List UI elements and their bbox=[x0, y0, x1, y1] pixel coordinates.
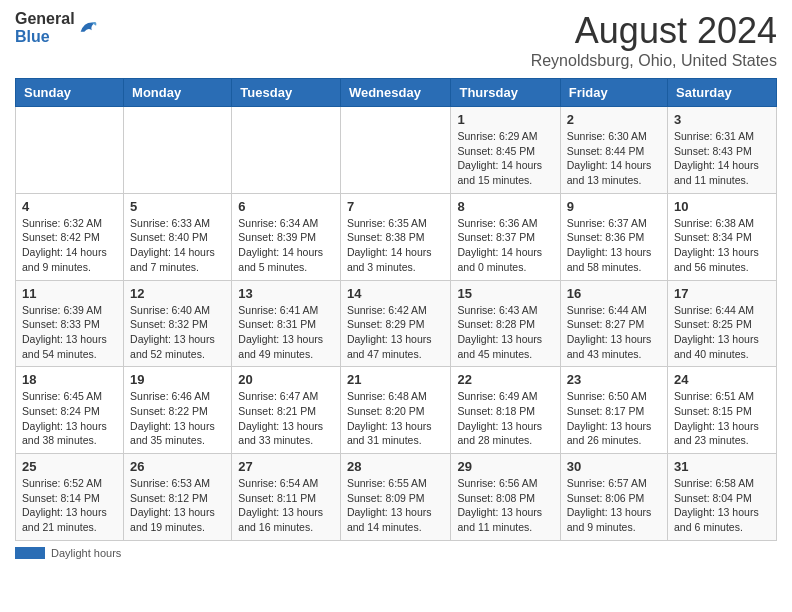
day-number: 3 bbox=[674, 112, 770, 127]
day-number: 8 bbox=[457, 199, 553, 214]
col-header-saturday: Saturday bbox=[668, 79, 777, 107]
calendar-cell: 13Sunrise: 6:41 AM Sunset: 8:31 PM Dayli… bbox=[232, 280, 341, 367]
day-info: Sunrise: 6:29 AM Sunset: 8:45 PM Dayligh… bbox=[457, 129, 553, 188]
logo-general: General bbox=[15, 10, 75, 28]
calendar-cell: 9Sunrise: 6:37 AM Sunset: 8:36 PM Daylig… bbox=[560, 193, 667, 280]
day-info: Sunrise: 6:57 AM Sunset: 8:06 PM Dayligh… bbox=[567, 476, 661, 535]
day-info: Sunrise: 6:30 AM Sunset: 8:44 PM Dayligh… bbox=[567, 129, 661, 188]
calendar-cell: 29Sunrise: 6:56 AM Sunset: 8:08 PM Dayli… bbox=[451, 454, 560, 541]
day-number: 23 bbox=[567, 372, 661, 387]
day-info: Sunrise: 6:51 AM Sunset: 8:15 PM Dayligh… bbox=[674, 389, 770, 448]
day-number: 21 bbox=[347, 372, 445, 387]
col-header-tuesday: Tuesday bbox=[232, 79, 341, 107]
calendar-cell: 6Sunrise: 6:34 AM Sunset: 8:39 PM Daylig… bbox=[232, 193, 341, 280]
day-number: 19 bbox=[130, 372, 225, 387]
day-info: Sunrise: 6:43 AM Sunset: 8:28 PM Dayligh… bbox=[457, 303, 553, 362]
calendar-cell: 26Sunrise: 6:53 AM Sunset: 8:12 PM Dayli… bbox=[124, 454, 232, 541]
calendar-body: 1Sunrise: 6:29 AM Sunset: 8:45 PM Daylig… bbox=[16, 107, 777, 541]
week-row-3: 11Sunrise: 6:39 AM Sunset: 8:33 PM Dayli… bbox=[16, 280, 777, 367]
day-info: Sunrise: 6:39 AM Sunset: 8:33 PM Dayligh… bbox=[22, 303, 117, 362]
header-row: SundayMondayTuesdayWednesdayThursdayFrid… bbox=[16, 79, 777, 107]
col-header-sunday: Sunday bbox=[16, 79, 124, 107]
calendar-cell: 28Sunrise: 6:55 AM Sunset: 8:09 PM Dayli… bbox=[340, 454, 451, 541]
day-info: Sunrise: 6:33 AM Sunset: 8:40 PM Dayligh… bbox=[130, 216, 225, 275]
title-area: August 2024 Reynoldsburg, Ohio, United S… bbox=[531, 10, 777, 70]
page-header: General Blue August 2024 Reynoldsburg, O… bbox=[15, 10, 777, 70]
day-number: 25 bbox=[22, 459, 117, 474]
day-number: 4 bbox=[22, 199, 117, 214]
col-header-wednesday: Wednesday bbox=[340, 79, 451, 107]
week-row-4: 18Sunrise: 6:45 AM Sunset: 8:24 PM Dayli… bbox=[16, 367, 777, 454]
day-number: 1 bbox=[457, 112, 553, 127]
week-row-5: 25Sunrise: 6:52 AM Sunset: 8:14 PM Dayli… bbox=[16, 454, 777, 541]
calendar-cell: 11Sunrise: 6:39 AM Sunset: 8:33 PM Dayli… bbox=[16, 280, 124, 367]
logo-text: General Blue bbox=[15, 10, 75, 45]
day-info: Sunrise: 6:46 AM Sunset: 8:22 PM Dayligh… bbox=[130, 389, 225, 448]
calendar-header: SundayMondayTuesdayWednesdayThursdayFrid… bbox=[16, 79, 777, 107]
calendar-cell: 18Sunrise: 6:45 AM Sunset: 8:24 PM Dayli… bbox=[16, 367, 124, 454]
day-info: Sunrise: 6:41 AM Sunset: 8:31 PM Dayligh… bbox=[238, 303, 334, 362]
day-info: Sunrise: 6:44 AM Sunset: 8:27 PM Dayligh… bbox=[567, 303, 661, 362]
calendar-cell: 5Sunrise: 6:33 AM Sunset: 8:40 PM Daylig… bbox=[124, 193, 232, 280]
calendar-cell: 7Sunrise: 6:35 AM Sunset: 8:38 PM Daylig… bbox=[340, 193, 451, 280]
day-info: Sunrise: 6:54 AM Sunset: 8:11 PM Dayligh… bbox=[238, 476, 334, 535]
day-info: Sunrise: 6:45 AM Sunset: 8:24 PM Dayligh… bbox=[22, 389, 117, 448]
calendar-cell: 30Sunrise: 6:57 AM Sunset: 8:06 PM Dayli… bbox=[560, 454, 667, 541]
main-title: August 2024 bbox=[531, 10, 777, 52]
day-info: Sunrise: 6:47 AM Sunset: 8:21 PM Dayligh… bbox=[238, 389, 334, 448]
day-info: Sunrise: 6:44 AM Sunset: 8:25 PM Dayligh… bbox=[674, 303, 770, 362]
day-number: 30 bbox=[567, 459, 661, 474]
calendar-cell: 14Sunrise: 6:42 AM Sunset: 8:29 PM Dayli… bbox=[340, 280, 451, 367]
calendar-cell: 20Sunrise: 6:47 AM Sunset: 8:21 PM Dayli… bbox=[232, 367, 341, 454]
calendar-cell: 1Sunrise: 6:29 AM Sunset: 8:45 PM Daylig… bbox=[451, 107, 560, 194]
day-info: Sunrise: 6:42 AM Sunset: 8:29 PM Dayligh… bbox=[347, 303, 445, 362]
col-header-friday: Friday bbox=[560, 79, 667, 107]
calendar-cell: 27Sunrise: 6:54 AM Sunset: 8:11 PM Dayli… bbox=[232, 454, 341, 541]
week-row-1: 1Sunrise: 6:29 AM Sunset: 8:45 PM Daylig… bbox=[16, 107, 777, 194]
logo-bird-icon bbox=[77, 17, 99, 39]
day-number: 29 bbox=[457, 459, 553, 474]
day-number: 31 bbox=[674, 459, 770, 474]
day-number: 28 bbox=[347, 459, 445, 474]
day-number: 7 bbox=[347, 199, 445, 214]
day-info: Sunrise: 6:31 AM Sunset: 8:43 PM Dayligh… bbox=[674, 129, 770, 188]
footer: Daylight hours bbox=[15, 547, 777, 559]
day-number: 24 bbox=[674, 372, 770, 387]
day-number: 6 bbox=[238, 199, 334, 214]
day-info: Sunrise: 6:40 AM Sunset: 8:32 PM Dayligh… bbox=[130, 303, 225, 362]
day-number: 26 bbox=[130, 459, 225, 474]
calendar-cell: 21Sunrise: 6:48 AM Sunset: 8:20 PM Dayli… bbox=[340, 367, 451, 454]
col-header-monday: Monday bbox=[124, 79, 232, 107]
day-info: Sunrise: 6:36 AM Sunset: 8:37 PM Dayligh… bbox=[457, 216, 553, 275]
day-info: Sunrise: 6:35 AM Sunset: 8:38 PM Dayligh… bbox=[347, 216, 445, 275]
day-number: 15 bbox=[457, 286, 553, 301]
calendar-cell: 25Sunrise: 6:52 AM Sunset: 8:14 PM Dayli… bbox=[16, 454, 124, 541]
daylight-label: Daylight hours bbox=[51, 547, 121, 559]
calendar-cell: 16Sunrise: 6:44 AM Sunset: 8:27 PM Dayli… bbox=[560, 280, 667, 367]
day-number: 13 bbox=[238, 286, 334, 301]
day-number: 9 bbox=[567, 199, 661, 214]
calendar-cell: 3Sunrise: 6:31 AM Sunset: 8:43 PM Daylig… bbox=[668, 107, 777, 194]
calendar-cell: 2Sunrise: 6:30 AM Sunset: 8:44 PM Daylig… bbox=[560, 107, 667, 194]
day-info: Sunrise: 6:55 AM Sunset: 8:09 PM Dayligh… bbox=[347, 476, 445, 535]
day-number: 14 bbox=[347, 286, 445, 301]
logo: General Blue bbox=[15, 10, 99, 45]
day-number: 18 bbox=[22, 372, 117, 387]
day-number: 11 bbox=[22, 286, 117, 301]
calendar-cell: 12Sunrise: 6:40 AM Sunset: 8:32 PM Dayli… bbox=[124, 280, 232, 367]
calendar-cell bbox=[124, 107, 232, 194]
day-number: 27 bbox=[238, 459, 334, 474]
day-info: Sunrise: 6:53 AM Sunset: 8:12 PM Dayligh… bbox=[130, 476, 225, 535]
daylight-bar bbox=[15, 547, 45, 559]
calendar-cell: 22Sunrise: 6:49 AM Sunset: 8:18 PM Dayli… bbox=[451, 367, 560, 454]
day-number: 20 bbox=[238, 372, 334, 387]
day-number: 12 bbox=[130, 286, 225, 301]
calendar-cell bbox=[16, 107, 124, 194]
week-row-2: 4Sunrise: 6:32 AM Sunset: 8:42 PM Daylig… bbox=[16, 193, 777, 280]
day-info: Sunrise: 6:50 AM Sunset: 8:17 PM Dayligh… bbox=[567, 389, 661, 448]
day-info: Sunrise: 6:37 AM Sunset: 8:36 PM Dayligh… bbox=[567, 216, 661, 275]
day-number: 17 bbox=[674, 286, 770, 301]
calendar-cell bbox=[232, 107, 341, 194]
calendar-cell: 17Sunrise: 6:44 AM Sunset: 8:25 PM Dayli… bbox=[668, 280, 777, 367]
calendar-cell: 10Sunrise: 6:38 AM Sunset: 8:34 PM Dayli… bbox=[668, 193, 777, 280]
